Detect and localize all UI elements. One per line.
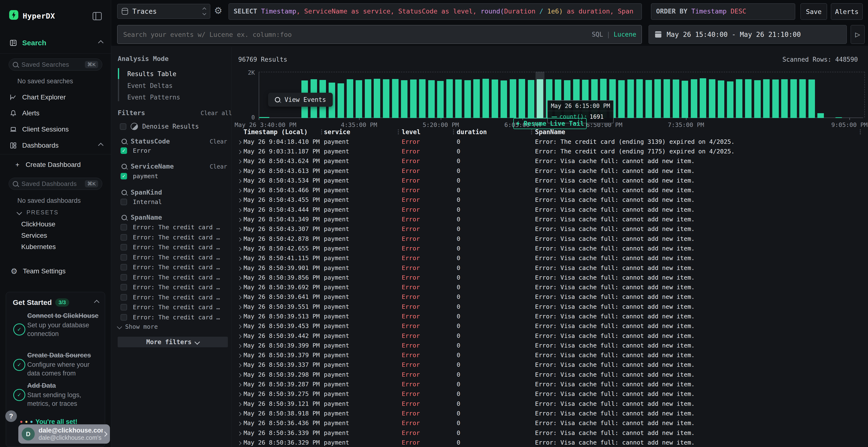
table-row[interactable]: May 26 8:50:39.442 PMpaymentError0Error:… [235,331,864,341]
column-resize-handle[interactable]: ⋮ [529,128,534,135]
row-expand-icon[interactable] [238,228,242,232]
unchecked-checkbox[interactable] [121,234,127,241]
row-expand-icon[interactable] [238,247,242,251]
histogram-bar[interactable] [673,79,679,118]
table-row[interactable]: May 26 8:50:43.624 PMpaymentError0Error:… [235,156,864,166]
column-resize-handle[interactable]: ⋮ [451,128,457,135]
sql-select-editor[interactable]: SELECT Timestamp, ServiceName as service… [228,3,642,20]
histogram-bar[interactable] [410,79,416,118]
help-button[interactable]: ? [5,410,17,422]
histogram-bar[interactable] [347,79,353,118]
column-resize-handle[interactable]: ⋮ [858,128,863,135]
preset-services[interactable]: Services [21,232,47,239]
col-duration[interactable]: duration [457,128,535,136]
filter-option[interactable]: Error: The credit card … [121,244,230,251]
row-expand-icon[interactable] [238,150,242,154]
histogram-bar[interactable] [663,79,670,118]
mode-event-deltas[interactable]: Event Deltas [127,82,173,89]
filter-option[interactable]: Error [121,147,229,154]
unchecked-checkbox[interactable] [121,224,127,231]
histogram-bar[interactable] [338,83,344,118]
histogram-bar[interactable] [383,79,390,118]
chevron-up-icon[interactable] [98,143,104,148]
sidebar-item-team-settings[interactable]: ⚙ Team Settings [0,265,111,278]
histogram-bar[interactable] [419,79,426,118]
histogram-bar[interactable] [510,79,516,118]
table-row[interactable]: May 26 8:50:39.453 PMpaymentError0Error:… [235,321,864,331]
more-filters-button[interactable]: More filters [118,337,228,347]
row-expand-icon[interactable] [238,373,242,377]
histogram-bar[interactable] [473,79,480,118]
table-row[interactable]: May 26 8:50:42.878 PMpaymentError0Error:… [235,234,864,243]
table-row[interactable]: May 26 8:50:43.444 PMpaymentError0Error:… [235,205,864,214]
filter-option[interactable]: Error: The credit card … [121,274,230,281]
histogram-bar[interactable] [537,79,543,118]
row-expand-icon[interactable] [238,237,242,241]
search-icon[interactable] [122,190,127,195]
table-row[interactable]: May 26 8:50:39.275 PMpaymentError0Error:… [235,389,864,399]
table-row[interactable]: May 26 8:50:39.399 PMpaymentError0Error:… [235,341,864,350]
histogram-bar[interactable] [483,79,489,118]
row-expand-icon[interactable] [238,431,242,436]
source-selector[interactable]: Traces [117,4,210,19]
sidebar-collapse-icon[interactable] [93,12,102,20]
table-row[interactable]: May 26 8:50:41.115 PMpaymentError0Error:… [235,253,864,263]
clear-all-button[interactable]: Clear all [184,110,232,116]
table-row[interactable]: May 26 8:50:43.455 PMpaymentError0Error:… [235,195,864,205]
histogram-bar[interactable] [636,79,643,118]
histogram-bar[interactable] [646,80,652,118]
histogram-bar[interactable] [754,80,761,118]
col-service[interactable]: service [324,128,402,136]
row-expand-icon[interactable] [238,266,242,271]
table-row[interactable]: May 26 8:50:39.692 PMpaymentError0Error:… [235,282,864,292]
sidebar-item-search[interactable]: Search [0,36,111,49]
column-resize-handle[interactable]: ⋮ [319,128,324,135]
filter-option[interactable]: Error: The credit card … [121,294,230,301]
mode-results-table[interactable]: Results Table [127,70,177,77]
row-expand-icon[interactable] [238,189,242,193]
histogram-bar[interactable] [464,80,471,118]
histogram-bar[interactable] [817,113,824,118]
histogram-bar[interactable] [627,79,634,118]
row-expand-icon[interactable] [238,354,242,358]
filter-option[interactable]: Error: The credit card … [121,224,230,231]
get-started-item[interactable]: Connect to ClickHouse Set up your databa… [27,311,99,338]
unchecked-checkbox[interactable] [121,284,127,290]
filter-option[interactable]: Error: The credit card … [121,264,230,271]
row-expand-icon[interactable] [238,160,242,164]
row-expand-icon[interactable] [238,422,242,426]
row-expand-icon[interactable] [238,257,242,261]
preset-kubernetes[interactable]: Kubernetes [21,243,56,251]
unchecked-checkbox[interactable] [121,304,127,310]
histogram-bar[interactable] [519,79,525,118]
saved-dashboards-input[interactable]: Saved Dashboards ⌘K [9,178,102,190]
table-row[interactable]: May 26 8:50:43.307 PMpaymentError0Error:… [235,224,864,234]
view-events-button[interactable]: View Events [268,93,333,107]
filter-option[interactable]: Error: The credit card … [121,314,230,321]
row-expand-icon[interactable] [238,179,242,183]
row-expand-icon[interactable] [238,344,242,348]
table-row[interactable]: May 26 8:50:43.534 PMpaymentError0Error:… [235,176,864,185]
table-row[interactable]: May 26 8:50:39.641 PMpaymentError0Error:… [235,292,864,302]
histogram-bar[interactable] [437,81,444,118]
table-row[interactable]: May 26 8:50:43.613 PMpaymentError0Error:… [235,166,864,176]
table-row[interactable]: May 26 8:50:36.339 PMpaymentError0Error:… [235,428,864,438]
table-row[interactable]: May 26 8:50:43.466 PMpaymentError0Error:… [235,185,864,195]
histogram-bar[interactable] [446,79,453,118]
table-row[interactable]: May 26 8:50:39.856 PMpaymentError0Error:… [235,273,864,282]
histogram-bar[interactable] [736,79,742,118]
denoise-checkbox[interactable] [120,123,126,130]
row-expand-icon[interactable] [238,392,242,397]
saved-searches-input[interactable]: Saved Searches ⌘K [9,59,102,71]
preset-clickhouse[interactable]: ClickHouse [21,220,56,228]
row-expand-icon[interactable] [238,325,242,329]
row-expand-icon[interactable] [238,383,242,387]
histogram-bar[interactable] [374,79,380,118]
histogram-bar[interactable] [781,79,788,118]
time-range-picker[interactable]: May 26 15:40:00 - May 26 21:10:00 [649,25,847,44]
row-expand-icon[interactable] [238,208,242,212]
table-row[interactable]: May 26 8:50:39.298 PMpaymentError0Error:… [235,370,864,379]
row-expand-icon[interactable] [238,218,242,222]
table-row[interactable]: May 26 8:50:39.379 PMpaymentError0Error:… [235,350,864,360]
filter-option[interactable]: Internal [121,199,229,205]
